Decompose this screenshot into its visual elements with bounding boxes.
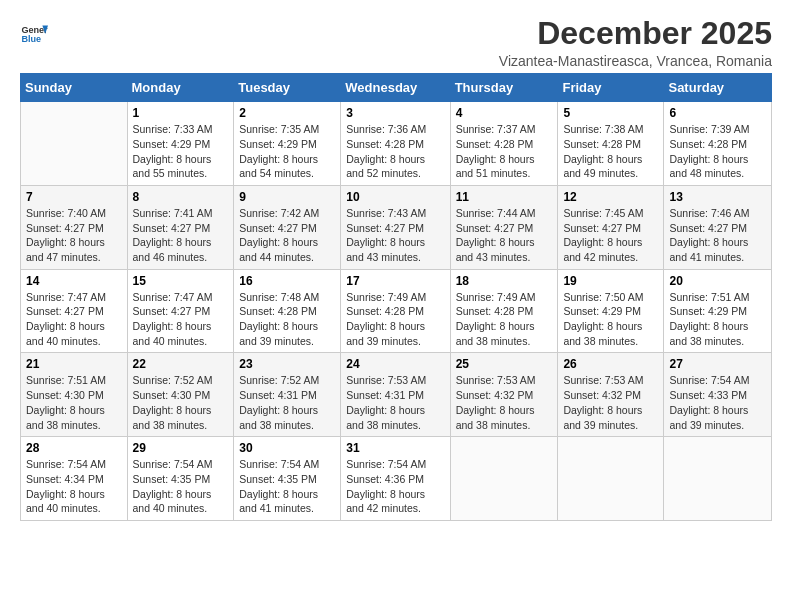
- calendar-cell: [558, 437, 664, 521]
- day-info: Sunrise: 7:54 AM Sunset: 4:33 PM Dayligh…: [669, 373, 766, 432]
- day-info: Sunrise: 7:53 AM Sunset: 4:32 PM Dayligh…: [456, 373, 553, 432]
- calendar-cell: 12Sunrise: 7:45 AM Sunset: 4:27 PM Dayli…: [558, 185, 664, 269]
- calendar-cell: [450, 437, 558, 521]
- day-number: 1: [133, 106, 229, 120]
- day-number: 20: [669, 274, 766, 288]
- page-container: General Blue December 2025 Vizantea-Mana…: [0, 0, 792, 531]
- calendar-cell: 29Sunrise: 7:54 AM Sunset: 4:35 PM Dayli…: [127, 437, 234, 521]
- day-info: Sunrise: 7:48 AM Sunset: 4:28 PM Dayligh…: [239, 290, 335, 349]
- day-info: Sunrise: 7:49 AM Sunset: 4:28 PM Dayligh…: [456, 290, 553, 349]
- day-number: 3: [346, 106, 444, 120]
- day-number: 8: [133, 190, 229, 204]
- calendar-cell: 16Sunrise: 7:48 AM Sunset: 4:28 PM Dayli…: [234, 269, 341, 353]
- day-number: 18: [456, 274, 553, 288]
- week-row-2: 14Sunrise: 7:47 AM Sunset: 4:27 PM Dayli…: [21, 269, 772, 353]
- calendar-cell: 4Sunrise: 7:37 AM Sunset: 4:28 PM Daylig…: [450, 102, 558, 186]
- day-info: Sunrise: 7:51 AM Sunset: 4:29 PM Dayligh…: [669, 290, 766, 349]
- col-wednesday: Wednesday: [341, 74, 450, 102]
- day-number: 10: [346, 190, 444, 204]
- day-number: 24: [346, 357, 444, 371]
- day-info: Sunrise: 7:53 AM Sunset: 4:31 PM Dayligh…: [346, 373, 444, 432]
- day-number: 22: [133, 357, 229, 371]
- day-info: Sunrise: 7:54 AM Sunset: 4:36 PM Dayligh…: [346, 457, 444, 516]
- header: General Blue December 2025 Vizantea-Mana…: [20, 16, 772, 69]
- day-info: Sunrise: 7:43 AM Sunset: 4:27 PM Dayligh…: [346, 206, 444, 265]
- day-number: 19: [563, 274, 658, 288]
- day-number: 14: [26, 274, 122, 288]
- calendar-cell: 18Sunrise: 7:49 AM Sunset: 4:28 PM Dayli…: [450, 269, 558, 353]
- subtitle: Vizantea-Manastireasca, Vrancea, Romania: [499, 53, 772, 69]
- day-info: Sunrise: 7:54 AM Sunset: 4:34 PM Dayligh…: [26, 457, 122, 516]
- col-thursday: Thursday: [450, 74, 558, 102]
- week-row-4: 28Sunrise: 7:54 AM Sunset: 4:34 PM Dayli…: [21, 437, 772, 521]
- day-number: 4: [456, 106, 553, 120]
- day-number: 11: [456, 190, 553, 204]
- day-number: 9: [239, 190, 335, 204]
- col-tuesday: Tuesday: [234, 74, 341, 102]
- calendar-cell: 2Sunrise: 7:35 AM Sunset: 4:29 PM Daylig…: [234, 102, 341, 186]
- day-info: Sunrise: 7:46 AM Sunset: 4:27 PM Dayligh…: [669, 206, 766, 265]
- day-number: 28: [26, 441, 122, 455]
- calendar-cell: 9Sunrise: 7:42 AM Sunset: 4:27 PM Daylig…: [234, 185, 341, 269]
- day-number: 17: [346, 274, 444, 288]
- day-info: Sunrise: 7:41 AM Sunset: 4:27 PM Dayligh…: [133, 206, 229, 265]
- col-saturday: Saturday: [664, 74, 772, 102]
- day-info: Sunrise: 7:39 AM Sunset: 4:28 PM Dayligh…: [669, 122, 766, 181]
- calendar-cell: 22Sunrise: 7:52 AM Sunset: 4:30 PM Dayli…: [127, 353, 234, 437]
- day-info: Sunrise: 7:37 AM Sunset: 4:28 PM Dayligh…: [456, 122, 553, 181]
- day-info: Sunrise: 7:54 AM Sunset: 4:35 PM Dayligh…: [133, 457, 229, 516]
- day-info: Sunrise: 7:44 AM Sunset: 4:27 PM Dayligh…: [456, 206, 553, 265]
- day-number: 12: [563, 190, 658, 204]
- day-number: 23: [239, 357, 335, 371]
- svg-text:Blue: Blue: [21, 34, 41, 44]
- calendar-cell: 14Sunrise: 7:47 AM Sunset: 4:27 PM Dayli…: [21, 269, 128, 353]
- calendar-cell: 20Sunrise: 7:51 AM Sunset: 4:29 PM Dayli…: [664, 269, 772, 353]
- calendar-cell: [664, 437, 772, 521]
- day-number: 6: [669, 106, 766, 120]
- day-info: Sunrise: 7:33 AM Sunset: 4:29 PM Dayligh…: [133, 122, 229, 181]
- day-number: 16: [239, 274, 335, 288]
- col-friday: Friday: [558, 74, 664, 102]
- day-number: 13: [669, 190, 766, 204]
- calendar-cell: 8Sunrise: 7:41 AM Sunset: 4:27 PM Daylig…: [127, 185, 234, 269]
- day-info: Sunrise: 7:49 AM Sunset: 4:28 PM Dayligh…: [346, 290, 444, 349]
- day-info: Sunrise: 7:52 AM Sunset: 4:31 PM Dayligh…: [239, 373, 335, 432]
- calendar-cell: 3Sunrise: 7:36 AM Sunset: 4:28 PM Daylig…: [341, 102, 450, 186]
- day-number: 5: [563, 106, 658, 120]
- calendar-cell: 13Sunrise: 7:46 AM Sunset: 4:27 PM Dayli…: [664, 185, 772, 269]
- week-row-0: 1Sunrise: 7:33 AM Sunset: 4:29 PM Daylig…: [21, 102, 772, 186]
- calendar-cell: 24Sunrise: 7:53 AM Sunset: 4:31 PM Dayli…: [341, 353, 450, 437]
- day-info: Sunrise: 7:45 AM Sunset: 4:27 PM Dayligh…: [563, 206, 658, 265]
- day-info: Sunrise: 7:52 AM Sunset: 4:30 PM Dayligh…: [133, 373, 229, 432]
- day-number: 7: [26, 190, 122, 204]
- col-monday: Monday: [127, 74, 234, 102]
- day-info: Sunrise: 7:35 AM Sunset: 4:29 PM Dayligh…: [239, 122, 335, 181]
- calendar-cell: 15Sunrise: 7:47 AM Sunset: 4:27 PM Dayli…: [127, 269, 234, 353]
- day-info: Sunrise: 7:47 AM Sunset: 4:27 PM Dayligh…: [133, 290, 229, 349]
- day-info: Sunrise: 7:38 AM Sunset: 4:28 PM Dayligh…: [563, 122, 658, 181]
- day-number: 29: [133, 441, 229, 455]
- calendar-cell: 17Sunrise: 7:49 AM Sunset: 4:28 PM Dayli…: [341, 269, 450, 353]
- day-number: 15: [133, 274, 229, 288]
- calendar-cell: 11Sunrise: 7:44 AM Sunset: 4:27 PM Dayli…: [450, 185, 558, 269]
- calendar-cell: 31Sunrise: 7:54 AM Sunset: 4:36 PM Dayli…: [341, 437, 450, 521]
- calendar-cell: 6Sunrise: 7:39 AM Sunset: 4:28 PM Daylig…: [664, 102, 772, 186]
- calendar-cell: 10Sunrise: 7:43 AM Sunset: 4:27 PM Dayli…: [341, 185, 450, 269]
- calendar-cell: 27Sunrise: 7:54 AM Sunset: 4:33 PM Dayli…: [664, 353, 772, 437]
- day-number: 26: [563, 357, 658, 371]
- title-block: December 2025 Vizantea-Manastireasca, Vr…: [499, 16, 772, 69]
- calendar-cell: [21, 102, 128, 186]
- day-number: 27: [669, 357, 766, 371]
- calendar-cell: 25Sunrise: 7:53 AM Sunset: 4:32 PM Dayli…: [450, 353, 558, 437]
- calendar-table: Sunday Monday Tuesday Wednesday Thursday…: [20, 73, 772, 521]
- day-number: 21: [26, 357, 122, 371]
- calendar-cell: 30Sunrise: 7:54 AM Sunset: 4:35 PM Dayli…: [234, 437, 341, 521]
- day-number: 31: [346, 441, 444, 455]
- calendar-cell: 7Sunrise: 7:40 AM Sunset: 4:27 PM Daylig…: [21, 185, 128, 269]
- week-row-1: 7Sunrise: 7:40 AM Sunset: 4:27 PM Daylig…: [21, 185, 772, 269]
- logo: General Blue: [20, 20, 50, 48]
- calendar-cell: 5Sunrise: 7:38 AM Sunset: 4:28 PM Daylig…: [558, 102, 664, 186]
- calendar-cell: 21Sunrise: 7:51 AM Sunset: 4:30 PM Dayli…: [21, 353, 128, 437]
- day-info: Sunrise: 7:50 AM Sunset: 4:29 PM Dayligh…: [563, 290, 658, 349]
- calendar-cell: 23Sunrise: 7:52 AM Sunset: 4:31 PM Dayli…: [234, 353, 341, 437]
